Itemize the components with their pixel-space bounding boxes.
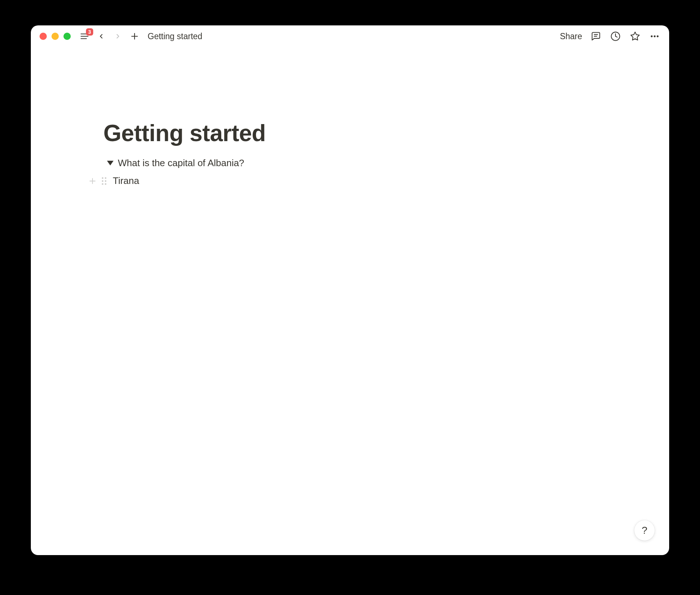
comments-button[interactable] <box>590 30 602 42</box>
toggle-block[interactable]: What is the capital of Albania? <box>103 157 597 169</box>
star-icon <box>630 31 640 41</box>
breadcrumb[interactable]: Getting started <box>148 32 202 41</box>
comment-icon <box>591 31 601 41</box>
clock-icon <box>610 31 621 41</box>
svg-point-9 <box>651 35 652 37</box>
sidebar-toggle-button[interactable]: 3 <box>79 30 90 42</box>
drag-handle-icon <box>101 177 107 185</box>
new-page-button[interactable] <box>129 30 140 42</box>
svg-point-18 <box>102 183 103 185</box>
svg-point-15 <box>105 177 106 178</box>
svg-point-19 <box>105 183 106 185</box>
page-title[interactable]: Getting started <box>103 120 597 147</box>
help-button[interactable]: ? <box>634 520 655 541</box>
plus-icon <box>88 177 96 185</box>
toggle-heading-text[interactable]: What is the capital of Albania? <box>118 157 244 169</box>
nav-forward-button[interactable] <box>112 30 124 42</box>
more-options-button[interactable] <box>649 30 660 42</box>
svg-point-10 <box>654 35 655 37</box>
close-window-button[interactable] <box>40 33 47 40</box>
svg-point-11 <box>657 35 659 37</box>
chevron-right-icon <box>114 33 122 40</box>
topbar: 3 Getting started Share <box>31 25 669 47</box>
block-handles <box>87 176 109 186</box>
maximize-window-button[interactable] <box>63 33 71 40</box>
text-block-content[interactable]: Tirana <box>113 175 139 186</box>
text-block[interactable]: Tirana <box>87 175 597 186</box>
topbar-left: 3 Getting started <box>40 30 202 42</box>
drag-handle-button[interactable] <box>99 176 109 186</box>
share-button[interactable]: Share <box>560 32 582 41</box>
traffic-lights <box>40 33 71 40</box>
updates-button[interactable] <box>610 30 621 42</box>
plus-icon <box>130 32 139 41</box>
minimize-window-button[interactable] <box>52 33 59 40</box>
svg-point-16 <box>102 180 103 181</box>
svg-marker-8 <box>631 32 639 40</box>
favorite-button[interactable] <box>629 30 641 42</box>
add-block-button[interactable] <box>87 176 98 186</box>
more-horizontal-icon <box>650 31 660 41</box>
toggle-arrow-icon[interactable] <box>107 161 114 165</box>
app-window: 3 Getting started Share <box>31 25 669 555</box>
nav-back-button[interactable] <box>95 30 107 42</box>
notification-badge: 3 <box>86 28 93 36</box>
svg-point-17 <box>105 180 106 181</box>
svg-point-14 <box>102 177 103 178</box>
page-content: Getting started What is the capital of A… <box>31 47 669 186</box>
chevron-left-icon <box>98 33 105 40</box>
topbar-right: Share <box>560 30 660 42</box>
